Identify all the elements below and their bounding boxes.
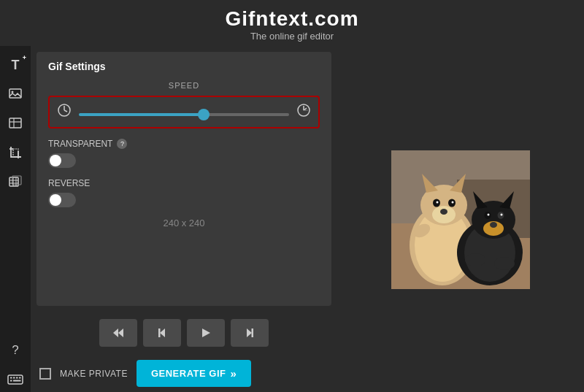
svg-rect-15	[16, 377, 18, 379]
transparent-setting: TRANSPARENT ?	[48, 139, 320, 168]
svg-rect-19	[19, 380, 21, 382]
rewind-icon	[112, 328, 124, 338]
svg-rect-13	[10, 377, 12, 379]
toolbar-item-keyboard[interactable]	[2, 366, 28, 392]
next-frame-button[interactable]	[231, 319, 269, 347]
bottom-bar: MAKE PRIVATE GENERATE GIF »	[31, 354, 337, 392]
transparent-knob	[50, 155, 61, 166]
svg-marker-23	[118, 328, 123, 337]
svg-point-40	[437, 201, 439, 203]
play-button[interactable]	[187, 319, 225, 347]
frames-icon	[8, 174, 23, 189]
generate-gif-button[interactable]: GENERATE GIF »	[137, 360, 251, 387]
generate-chevron-icon: »	[230, 367, 237, 380]
svg-point-56	[494, 257, 515, 270]
reverse-setting: REVERSE	[48, 178, 320, 207]
toolbar-item-text-add[interactable]: T +	[2, 52, 28, 78]
next-frame-icon	[244, 328, 256, 338]
site-title: Gifntext.com	[0, 7, 584, 31]
gif-settings-panel: Gif Settings SPEED	[36, 52, 331, 306]
keyboard-icon	[7, 374, 23, 385]
help-icon: ?	[12, 343, 18, 358]
svg-point-54	[490, 222, 497, 228]
prev-frame-button[interactable]	[143, 319, 181, 347]
svg-rect-25	[158, 328, 161, 337]
toolbar-item-sticker[interactable]	[2, 110, 28, 137]
image-icon	[8, 87, 23, 101]
svg-marker-27	[247, 328, 252, 337]
right-panel	[337, 46, 584, 392]
svg-marker-26	[202, 328, 210, 337]
svg-point-53	[501, 213, 503, 215]
site-subtitle: The online gif editor	[0, 31, 584, 42]
play-icon	[201, 328, 211, 338]
svg-point-1	[12, 91, 14, 93]
svg-rect-16	[19, 377, 21, 379]
sticker-icon	[8, 116, 23, 131]
rewind-button[interactable]	[99, 319, 137, 347]
svg-point-55	[465, 253, 485, 266]
svg-point-52	[488, 213, 490, 215]
svg-rect-18	[13, 380, 19, 382]
gif-preview	[391, 150, 530, 289]
svg-point-41	[452, 201, 454, 203]
header: Gifntext.com The online gif editor	[0, 0, 584, 46]
panel-title: Gif Settings	[48, 61, 320, 72]
center-panel: Gif Settings SPEED	[31, 46, 337, 392]
svg-point-42	[440, 209, 447, 215]
speed-slider-container	[79, 106, 289, 119]
svg-rect-28	[252, 328, 254, 337]
preview-image	[391, 150, 530, 289]
plus-badge: +	[23, 54, 26, 61]
speed-fast-icon[interactable]	[296, 103, 311, 121]
main-layout: T +	[0, 46, 584, 392]
toolbar-item-image[interactable]	[2, 81, 28, 107]
speed-control	[48, 96, 320, 128]
transparent-label: TRANSPARENT ?	[48, 139, 320, 149]
toolbar-item-crop[interactable]	[2, 139, 28, 166]
left-toolbar: T +	[0, 46, 31, 392]
crop-icon	[8, 145, 23, 160]
reverse-knob	[50, 194, 61, 206]
dimensions-display: 240 x 240	[48, 218, 320, 228]
svg-rect-5	[13, 149, 18, 157]
generate-label: GENERATE GIF	[151, 368, 226, 379]
reverse-label: REVERSE	[48, 178, 320, 188]
make-private-label: MAKE PRIVATE	[60, 369, 128, 379]
make-private-checkbox[interactable]	[39, 368, 51, 380]
svg-rect-2	[9, 118, 21, 128]
svg-rect-17	[10, 380, 12, 382]
svg-rect-0	[9, 89, 21, 98]
speed-slow-icon[interactable]	[57, 103, 72, 121]
speed-slider[interactable]	[79, 113, 289, 116]
toolbar-item-frames[interactable]	[2, 169, 28, 195]
toolbar-item-help[interactable]: ?	[2, 337, 28, 364]
reverse-toggle[interactable]	[48, 193, 76, 207]
speed-label: SPEED	[48, 81, 320, 90]
text-icon: T	[12, 58, 20, 73]
transparent-toggle[interactable]	[48, 153, 76, 168]
svg-rect-12	[8, 375, 23, 384]
playback-controls	[31, 312, 337, 354]
svg-marker-22	[113, 328, 118, 337]
prev-frame-icon	[156, 328, 168, 338]
svg-marker-24	[160, 328, 165, 337]
svg-rect-14	[13, 377, 15, 379]
transparent-help-icon[interactable]: ?	[117, 139, 127, 149]
